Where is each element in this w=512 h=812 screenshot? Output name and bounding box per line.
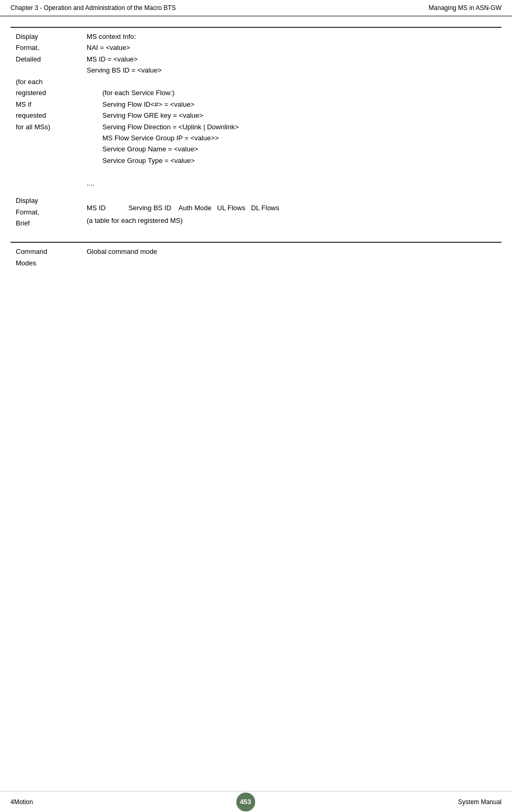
display-format-detailed-row: DisplayFormat,Detailed(for eachregistere…	[11, 27, 501, 192]
command-modes-row: CommandModes Global command mode	[11, 242, 501, 272]
display-format-brief-content: MS ID Serving BS ID Auth Mode UL Flows D…	[81, 192, 501, 232]
command-modes-content: Global command mode	[81, 242, 501, 272]
display-format-detailed-label: DisplayFormat,Detailed(for eachregistere…	[11, 27, 81, 192]
page-footer: 4Motion 453 System Manual	[0, 791, 512, 812]
display-format-brief-label: DisplayFormat,Brief	[11, 192, 81, 232]
footer-left: 4Motion	[11, 798, 33, 806]
command-modes-label: CommandModes	[11, 242, 81, 272]
main-table: DisplayFormat,Detailed(for eachregistere…	[11, 27, 501, 272]
header-left: Chapter 3 - Operation and Administration…	[11, 4, 176, 12]
display-format-brief-row: DisplayFormat,Brief MS ID Serving BS ID …	[11, 192, 501, 232]
display-format-detailed-content: MS context Info: NAI = <value> MS ID = <…	[81, 27, 501, 192]
spacer-row	[11, 232, 501, 242]
header-right: Managing MS in ASN-GW	[429, 4, 501, 12]
page-header: Chapter 3 - Operation and Administration…	[0, 0, 512, 16]
page-number-badge: 453	[236, 793, 255, 811]
footer-right: System Manual	[458, 798, 501, 806]
page-content: DisplayFormat,Detailed(for eachregistere…	[0, 16, 512, 303]
